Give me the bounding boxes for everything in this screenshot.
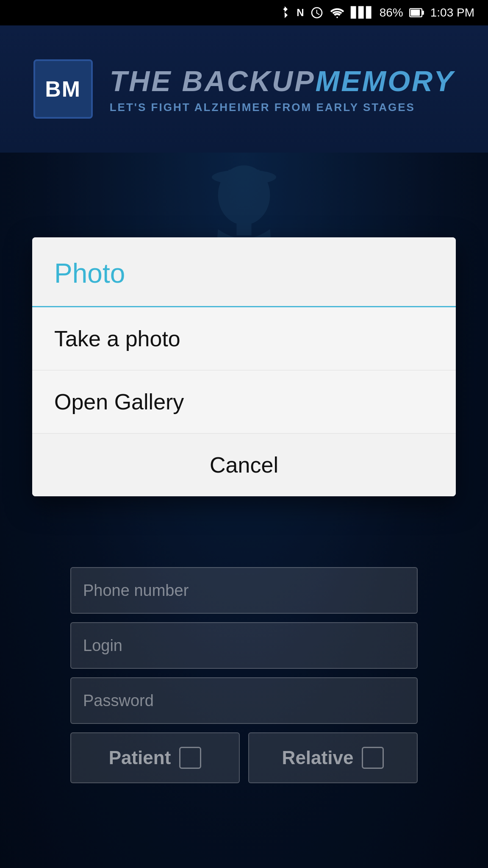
signal-icon: ▋▋▋: [351, 7, 374, 19]
login-placeholder: Login: [83, 637, 122, 655]
phone-number-placeholder: Phone number: [83, 581, 189, 600]
battery-icon: [409, 7, 424, 19]
password-field[interactable]: Password: [70, 677, 418, 724]
main-area: Photo Take a photo Open Gallery Cancel P…: [0, 153, 488, 868]
relative-label: Relative: [282, 747, 354, 768]
app-logo: BM: [33, 59, 93, 119]
relative-icon: [362, 747, 384, 769]
header-subtitle: LET'S FIGHT ALZHEIMER FROM EARLY STAGES: [110, 101, 455, 114]
take-photo-option[interactable]: Take a photo: [32, 307, 456, 370]
logo-letters: BM: [45, 76, 81, 102]
svg-rect-1: [410, 10, 420, 16]
status-bar: N ▋▋▋ 86% 1:03 PM: [0, 0, 488, 25]
nfc-icon: N: [297, 7, 304, 19]
bluetooth-icon: [279, 5, 291, 20]
cancel-label: Cancel: [210, 452, 278, 478]
wifi-icon: [330, 7, 345, 19]
app-header: BM THE BACKUP MEMORY LET'S FIGHT ALZHEIM…: [0, 25, 488, 153]
dialog-title: Photo: [54, 258, 125, 289]
role-buttons: Patient Relative: [70, 732, 418, 783]
patient-label: Patient: [109, 747, 171, 768]
take-photo-label: Take a photo: [54, 326, 180, 351]
patient-icon: [179, 747, 201, 769]
header-title-group: THE BACKUP MEMORY LET'S FIGHT ALZHEIMER …: [110, 64, 455, 114]
open-gallery-option[interactable]: Open Gallery: [32, 370, 456, 434]
alarm-icon: [310, 6, 324, 19]
status-icons: N ▋▋▋ 86% 1:03 PM: [279, 5, 474, 20]
cancel-option[interactable]: Cancel: [32, 434, 456, 496]
time-display: 1:03 PM: [430, 6, 474, 19]
relative-button[interactable]: Relative: [248, 732, 418, 783]
battery-percent: 86%: [380, 6, 403, 19]
login-field[interactable]: Login: [70, 622, 418, 669]
password-placeholder: Password: [83, 692, 154, 710]
photo-dialog: Photo Take a photo Open Gallery Cancel: [32, 237, 456, 496]
dialog-header: Photo: [32, 237, 456, 307]
registration-form: Phone number Login Password Patient Rela…: [70, 567, 418, 783]
phone-number-field[interactable]: Phone number: [70, 567, 418, 614]
open-gallery-label: Open Gallery: [54, 389, 184, 414]
svg-rect-2: [422, 11, 424, 15]
patient-button[interactable]: Patient: [70, 732, 240, 783]
title-memory: MEMORY: [316, 64, 455, 97]
title-backup: THE BACKUP: [110, 64, 316, 97]
